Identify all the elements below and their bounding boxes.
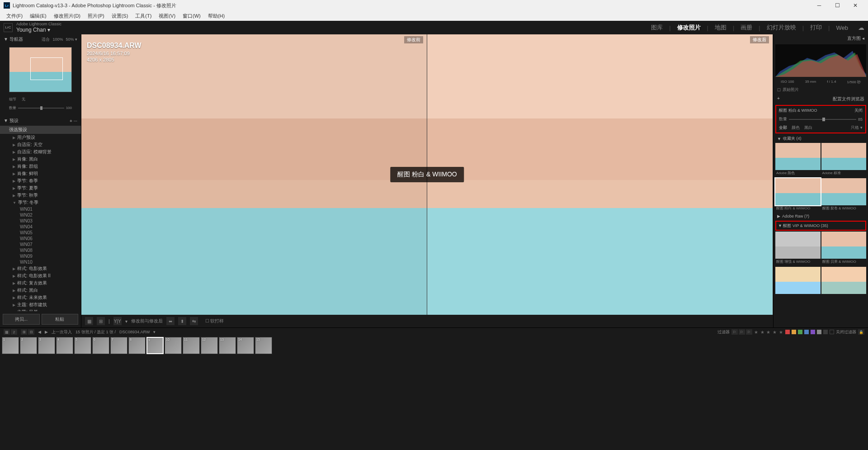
- module-book[interactable]: 画册: [741, 24, 752, 32]
- preset-item[interactable]: ▶样式: 黑白: [0, 287, 81, 294]
- nav-next-icon[interactable]: ▶: [45, 330, 48, 334]
- film-thumb[interactable]: 2: [20, 337, 37, 354]
- preset-item[interactable]: ▶肖像: 群组: [0, 163, 81, 170]
- flag-filter-icon[interactable]: ⚐: [746, 329, 752, 335]
- preset-child[interactable]: WN01: [0, 206, 81, 212]
- original-photo-row[interactable]: ☐ 原始照片: [774, 85, 868, 94]
- filter-color[interactable]: 颜色: [792, 125, 800, 131]
- preset-item[interactable]: ▶季节: 夏季: [0, 185, 81, 192]
- film-thumb[interactable]: 1: [2, 337, 19, 354]
- preset-item[interactable]: ▶自适应: 天空: [0, 141, 81, 148]
- loupe-icon[interactable]: ▦: [85, 317, 93, 325]
- after-view[interactable]: 修改后: [427, 34, 773, 315]
- film-thumb-selected[interactable]: 9: [146, 337, 164, 354]
- paste-button[interactable]: 粘贴: [42, 314, 79, 325]
- preset-item[interactable]: ▶样式: 未来效果: [0, 294, 81, 301]
- module-map[interactable]: 地图: [715, 24, 726, 32]
- before-after-v-icon[interactable]: ⬍: [178, 317, 186, 325]
- module-web[interactable]: Web: [836, 24, 849, 31]
- preset-user-group[interactable]: ▶用户预设: [0, 134, 81, 141]
- film-thumb[interactable]: 4: [56, 337, 73, 354]
- preset-item[interactable]: ▶季节: 秋季: [0, 192, 81, 199]
- film-thumb[interactable]: 13: [219, 337, 236, 354]
- film-thumb[interactable]: 14: [237, 337, 254, 354]
- profile-thumb[interactable]: [775, 267, 821, 294]
- color-label-yellow[interactable]: [792, 330, 796, 334]
- color-label-red[interactable]: [785, 330, 790, 334]
- histogram[interactable]: [775, 44, 866, 77]
- before-view[interactable]: 修改前 DSC08934.ARW 2024/6/16 16:57:09 4206…: [81, 34, 427, 315]
- wiimoo-group-label[interactable]: ▼ 醒图 VIP & WIIMOO (35): [778, 223, 828, 228]
- color-label-none[interactable]: [830, 330, 834, 334]
- presets-add[interactable]: + ···: [70, 118, 77, 123]
- module-develop[interactable]: 修改照片: [677, 24, 701, 32]
- presets-header[interactable]: ▼ 预设: [4, 118, 19, 124]
- film-thumb[interactable]: 10: [165, 337, 182, 354]
- film-thumb[interactable]: 5: [74, 337, 91, 354]
- color-label-dark[interactable]: [823, 330, 828, 334]
- preset-item[interactable]: ▶样式: 电影效果 II: [0, 272, 81, 279]
- film-thumb[interactable]: 7: [110, 337, 127, 354]
- preset-child[interactable]: WN06: [0, 236, 81, 242]
- layout-icon[interactable]: ⊟: [28, 329, 34, 335]
- navigator-zoom[interactable]: 适合100%50% ▾: [39, 37, 77, 43]
- grid-view-icon[interactable]: ▦: [4, 329, 10, 335]
- profile-thumb-selected[interactable]: [775, 178, 821, 205]
- profile-thumb[interactable]: [775, 143, 821, 170]
- color-label-gray[interactable]: [817, 330, 821, 334]
- color-label-blue[interactable]: [804, 330, 809, 334]
- add-profile-icon[interactable]: +: [777, 96, 780, 102]
- profile-browser-label[interactable]: 配置文件浏览器: [833, 96, 864, 102]
- preset-child[interactable]: WN07: [0, 242, 81, 247]
- film-thumb[interactable]: 11: [183, 337, 200, 354]
- preset-child[interactable]: WN09: [0, 253, 81, 259]
- menu-settings[interactable]: 设置(S): [109, 12, 131, 20]
- navigator-preview[interactable]: [9, 47, 72, 92]
- filmstrip-source[interactable]: 上一次导入: [52, 329, 72, 335]
- film-thumb[interactable]: 8: [128, 337, 146, 354]
- menu-window[interactable]: 窗口(W): [180, 12, 203, 20]
- profile-amount-slider[interactable]: [789, 119, 856, 120]
- copy-button[interactable]: 拷贝...: [3, 314, 40, 325]
- second-monitor-icon[interactable]: 2: [11, 329, 17, 335]
- filter-label[interactable]: 过滤器: [717, 329, 730, 335]
- menu-photo[interactable]: 照片(P): [85, 12, 107, 20]
- navigator-label[interactable]: ▼ 导航器: [4, 36, 23, 43]
- preset-child[interactable]: WN08: [0, 247, 81, 253]
- module-print[interactable]: 打印: [810, 24, 822, 32]
- module-library[interactable]: 图库: [651, 24, 663, 32]
- menu-file[interactable]: 文件(F): [4, 12, 25, 20]
- close-button[interactable]: ✕: [846, 0, 864, 11]
- maximize-button[interactable]: ☐: [828, 0, 846, 11]
- filter-all[interactable]: 全部: [779, 125, 787, 131]
- swap-icon[interactable]: ⇆: [190, 317, 198, 325]
- preset-item[interactable]: ▶季节: 春季: [0, 177, 81, 185]
- color-label-green[interactable]: [798, 330, 802, 334]
- preset-child[interactable]: WN10: [0, 259, 81, 265]
- navigator-rect[interactable]: [30, 57, 63, 80]
- menu-help[interactable]: 帮助(H): [205, 12, 227, 20]
- lock-icon[interactable]: 🔒: [858, 329, 864, 335]
- flag-filter-icon[interactable]: ⚐: [739, 329, 745, 335]
- preset-child[interactable]: WN03: [0, 218, 81, 224]
- preset-child[interactable]: WN04: [0, 224, 81, 230]
- profile-thumb[interactable]: [821, 143, 867, 170]
- menu-view[interactable]: 视图(V): [156, 12, 178, 20]
- menu-develop[interactable]: 修改照片(D): [51, 12, 83, 20]
- amount-slider[interactable]: [18, 108, 64, 109]
- layout-icon[interactable]: ⊞: [21, 329, 27, 335]
- histogram-label[interactable]: 直方图 ◂: [774, 34, 868, 43]
- rating-filter[interactable]: ★ ★ ★ ★ ★: [754, 330, 783, 335]
- preset-selected[interactable]: 强选预设: [0, 126, 81, 134]
- film-thumb[interactable]: 3: [38, 337, 55, 354]
- adobe-raw-group[interactable]: ▶ Adobe Raw (7): [774, 213, 868, 220]
- preset-item[interactable]: ▶样式: 复古效果: [0, 279, 81, 287]
- grid-icon[interactable]: ⊞: [97, 317, 105, 325]
- preset-item[interactable]: ▶样式: 电影效果: [0, 265, 81, 272]
- menu-tools[interactable]: 工具(T): [132, 12, 154, 20]
- compare-icon[interactable]: Y|Y: [113, 317, 122, 325]
- preset-item-expanded[interactable]: ▼季节: 冬季: [0, 199, 81, 206]
- before-after-h-icon[interactable]: ⬌: [166, 317, 175, 325]
- close-filter[interactable]: 关闭过滤器: [836, 329, 856, 335]
- film-thumb[interactable]: 12: [201, 337, 218, 354]
